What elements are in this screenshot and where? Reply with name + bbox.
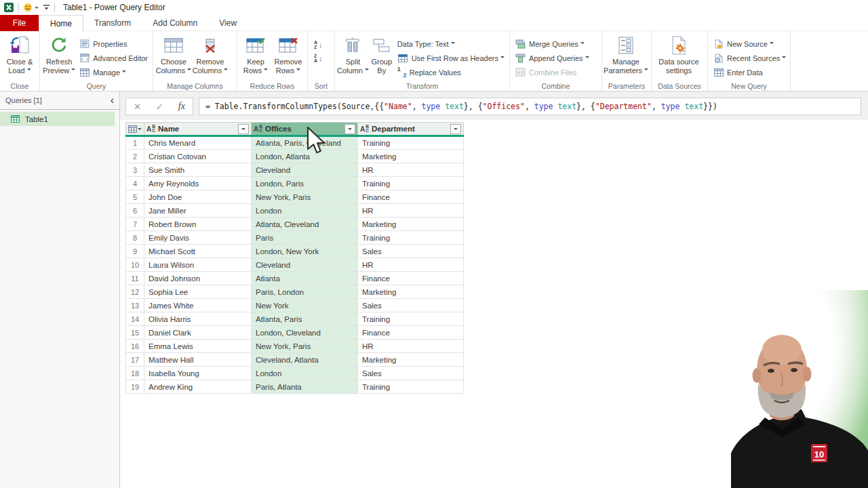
cell-offices[interactable]: Atlanta [252, 272, 358, 285]
row-number[interactable]: 6 [126, 204, 144, 218]
collapse-pane-button[interactable]: ‹ [111, 96, 114, 105]
split-column-button[interactable]: Split Column [337, 33, 369, 75]
row-number[interactable]: 14 [126, 312, 144, 326]
cell-offices[interactable]: Atlanta, Cleveland [252, 218, 358, 231]
cell-offices[interactable]: London, Atlanta [252, 150, 358, 163]
filter-dropdown-button[interactable] [344, 124, 355, 134]
cell-name[interactable]: Matthew Hall [144, 353, 252, 367]
cell-name[interactable]: Sophia Lee [144, 285, 252, 299]
cell-name[interactable]: Cristian Cotovan [144, 150, 252, 163]
sort-ascending-button[interactable]: AZ ↓ [310, 38, 327, 52]
advanced-editor-button[interactable]: Advanced Editor [76, 51, 151, 65]
cell-name[interactable]: Emma Lewis [144, 340, 252, 353]
sort-descending-button[interactable]: ZA ↓ [310, 52, 327, 65]
row-number[interactable]: 10 [126, 258, 144, 272]
row-number[interactable]: 13 [126, 299, 144, 312]
column-header-offices[interactable]: ABCOffices [252, 123, 358, 136]
cell-department[interactable]: Training [358, 231, 464, 245]
customize-quick-access-toolbar-button[interactable] [43, 3, 50, 12]
row-number[interactable]: 1 [126, 136, 144, 150]
cell-name[interactable]: Chris Menard [144, 136, 252, 150]
cell-offices[interactable]: London, Paris [252, 177, 358, 190]
cell-name[interactable]: Andrew King [144, 380, 252, 394]
cell-department[interactable]: Finance [358, 272, 464, 285]
cell-offices[interactable]: Paris [252, 231, 358, 245]
row-number[interactable]: 2 [126, 150, 144, 163]
column-header-department[interactable]: ABCDepartment [358, 123, 464, 136]
cell-name[interactable]: Robert Brown [144, 218, 252, 231]
tab-transform[interactable]: Transform [83, 15, 142, 31]
close-and-load-button[interactable]: Close & Load [2, 33, 37, 75]
tab-home[interactable]: Home [39, 15, 83, 32]
cell-department[interactable]: Training [358, 136, 464, 150]
cell-name[interactable]: James White [144, 299, 252, 312]
use-first-row-as-headers-button[interactable]: Use First Row as Headers [395, 51, 507, 65]
new-source-button[interactable]: New Source [710, 37, 789, 51]
replace-values-button[interactable]: 1 2 Replace Values [395, 65, 507, 79]
cell-name[interactable]: Jane Miller [144, 204, 252, 218]
row-number[interactable]: 4 [126, 177, 144, 190]
data-source-settings-button[interactable]: Data source settings [654, 33, 704, 75]
row-number[interactable]: 3 [126, 163, 144, 177]
cell-name[interactable]: Olivia Harris [144, 312, 252, 326]
cell-name[interactable]: Emily Davis [144, 231, 252, 245]
choose-columns-button[interactable]: Choose Columns [155, 33, 192, 75]
merge-queries-button[interactable]: Merge Queries [512, 37, 592, 51]
query-item-table1[interactable]: Table1 [0, 112, 115, 126]
cell-department[interactable]: HR [358, 163, 464, 177]
cell-department[interactable]: Finance [358, 326, 464, 340]
enter-data-button[interactable]: Enter Data [710, 65, 789, 79]
cell-name[interactable]: David Johnson [144, 272, 252, 285]
row-number[interactable]: 9 [126, 245, 144, 258]
cell-offices[interactable]: New York, Paris [252, 340, 358, 353]
row-number[interactable]: 18 [126, 367, 144, 380]
cell-name[interactable]: Sue Smith [144, 163, 252, 177]
cell-department[interactable]: Marketing [358, 353, 464, 367]
append-queries-button[interactable]: Append Queries [512, 51, 592, 65]
cell-offices[interactable]: Cleveland [252, 163, 358, 177]
formula-input[interactable]: = Table.TransformColumnTypes(Source,{{"N… [199, 98, 861, 115]
column-header-name[interactable]: ABCName [144, 123, 252, 136]
cell-department[interactable]: Training [358, 380, 464, 394]
cell-department[interactable]: Sales [358, 299, 464, 312]
cell-department[interactable]: HR [358, 204, 464, 218]
cell-name[interactable]: Laura Wilson [144, 258, 252, 272]
cell-department[interactable]: HR [358, 340, 464, 353]
cell-department[interactable]: Marketing [358, 285, 464, 299]
group-by-button[interactable]: Group By [369, 33, 395, 75]
data-type-button[interactable]: Data Type: Text [395, 37, 507, 51]
remove-columns-button[interactable]: Remove Columns [192, 33, 229, 75]
cell-name[interactable]: Isabella Young [144, 367, 252, 380]
filter-dropdown-button[interactable] [450, 124, 461, 134]
row-number[interactable]: 16 [126, 340, 144, 353]
cell-offices[interactable]: London [252, 367, 358, 380]
fx-icon[interactable]: fx [178, 101, 185, 112]
formula-cancel-icon[interactable]: ✕ [134, 102, 141, 112]
tab-view[interactable]: View [208, 15, 248, 31]
cell-offices[interactable]: London, Cleveland [252, 326, 358, 340]
cell-department[interactable]: Marketing [358, 218, 464, 231]
row-number[interactable]: 8 [126, 231, 144, 245]
cell-offices[interactable]: Paris, Atlanta [252, 380, 358, 394]
cell-offices[interactable]: Atlanta, Paris, Cleveland [252, 136, 358, 150]
cell-offices[interactable]: New York [252, 299, 358, 312]
row-number[interactable]: 7 [126, 218, 144, 231]
row-number[interactable]: 15 [126, 326, 144, 340]
cell-offices[interactable]: Cleveland, Atlanta [252, 353, 358, 367]
cell-offices[interactable]: London, New York [252, 245, 358, 258]
remove-rows-button[interactable]: Remove Rows [272, 33, 304, 75]
cell-offices[interactable]: Paris, London [252, 285, 358, 299]
cell-name[interactable]: Amy Reynolds [144, 177, 252, 190]
tab-file[interactable]: File [0, 15, 39, 31]
formula-commit-icon[interactable]: ✓ [156, 102, 163, 112]
properties-button[interactable]: Properties [76, 37, 151, 51]
cell-name[interactable]: John Doe [144, 190, 252, 204]
row-number[interactable]: 17 [126, 353, 144, 367]
manage-parameters-button[interactable]: Manage Parameters [604, 33, 648, 75]
cell-department[interactable]: Sales [358, 245, 464, 258]
cell-department[interactable]: Training [358, 177, 464, 190]
cell-name[interactable]: Daniel Clark [144, 326, 252, 340]
select-all-corner-button[interactable] [126, 123, 144, 136]
cell-department[interactable]: Marketing [358, 150, 464, 163]
cell-offices[interactable]: London [252, 204, 358, 218]
